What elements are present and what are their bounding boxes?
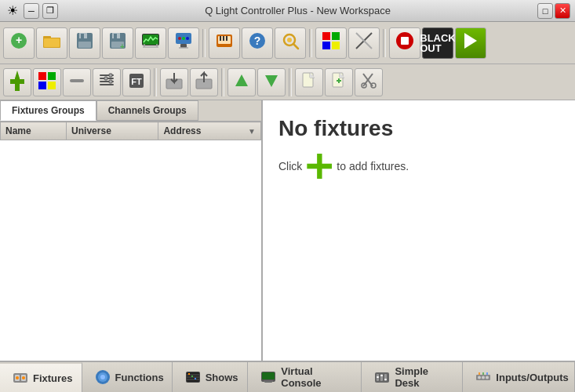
svg-point-21 (182, 37, 185, 40)
svg-rect-29 (226, 36, 227, 41)
svg-rect-28 (223, 36, 224, 41)
blackout-button[interactable]: BLACKOUT (422, 27, 453, 59)
open-button[interactable] (36, 27, 67, 59)
svg-rect-57 (109, 74, 112, 77)
move-down-button[interactable] (257, 68, 286, 96)
secondary-separator-2 (221, 68, 224, 96)
xfade-button[interactable] (348, 27, 380, 59)
svg-rect-91 (195, 378, 196, 379)
tab-channels-groups[interactable]: Channels Groups (96, 100, 198, 121)
minus-icon (68, 72, 86, 93)
right-panel: No fixtures Click to add fixtures. (263, 100, 575, 361)
monitor-button[interactable] (135, 27, 166, 59)
open-icon (42, 33, 61, 53)
svg-point-105 (482, 376, 485, 379)
svg-rect-42 (401, 37, 409, 45)
inputs-outputs-tab-icon (475, 368, 491, 386)
svg-rect-38 (332, 42, 340, 49)
tab-shows[interactable]: Shows (173, 362, 249, 392)
svg-rect-52 (70, 79, 84, 82)
tab-inputs-outputs-label: Inputs/Outputs (496, 372, 568, 383)
properties-button[interactable] (93, 68, 121, 96)
discover-button[interactable] (275, 27, 306, 59)
add-fixture-icon (7, 71, 27, 94)
doc-add-button[interactable] (325, 68, 353, 96)
cut-button[interactable] (355, 68, 383, 96)
svg-rect-35 (322, 32, 330, 40)
stop-all-icon (395, 31, 414, 54)
tab-virtual-console-label: Virtual Console (281, 365, 348, 389)
import-button[interactable] (160, 68, 188, 96)
main-toolbar: + + ? (0, 22, 575, 64)
title-logo-btn[interactable]: ☀ (5, 3, 20, 19)
bottom-tabs: Fixtures Functions Shows Virtual Console… (0, 361, 575, 392)
svg-rect-100 (380, 375, 383, 376)
title-minimize-btn[interactable]: ─ (24, 3, 39, 19)
save-button[interactable] (69, 27, 100, 59)
export-icon (195, 71, 213, 93)
secondary-toolbar: FT (0, 64, 575, 100)
svg-point-83 (100, 375, 105, 379)
svg-point-80 (22, 376, 25, 379)
svg-line-33 (293, 44, 298, 49)
functions-tab-icon (95, 368, 111, 386)
svg-rect-36 (332, 32, 340, 40)
doc-add-icon (330, 72, 348, 93)
color-box-button[interactable] (33, 68, 61, 96)
add-fixture-button[interactable] (3, 68, 31, 96)
stop-all-button[interactable] (389, 27, 420, 59)
tab-inputs-outputs[interactable]: Inputs/Outputs (463, 362, 575, 392)
svg-point-20 (178, 37, 181, 40)
svg-rect-48 (38, 72, 46, 80)
svg-rect-11 (114, 34, 117, 38)
svg-rect-3 (43, 36, 51, 38)
col-header-address: Address ▼ (158, 122, 261, 140)
title-restore-btn[interactable]: ❐ (42, 3, 58, 19)
svg-rect-47 (15, 84, 20, 91)
monitor-icon (141, 33, 160, 53)
dmx-button[interactable] (168, 27, 199, 59)
fixture-table: Name Universe Address ▼ (0, 122, 261, 361)
svg-text:?: ? (254, 34, 261, 47)
play-button[interactable] (455, 27, 486, 59)
discover-icon (281, 31, 300, 54)
app-logo-icon: ☀ (7, 3, 18, 18)
move-up-button[interactable] (227, 68, 256, 96)
dmx-icon (174, 32, 193, 53)
tab-functions[interactable]: Functions (82, 362, 173, 392)
save-as-icon: + (109, 32, 126, 53)
svg-rect-98 (377, 376, 379, 378)
tab-simple-desk[interactable]: Simple Desk (362, 362, 463, 392)
virtual-console-tab-icon (260, 368, 276, 386)
fasttrack-button[interactable]: FT (122, 68, 151, 96)
doc-new-icon (300, 72, 318, 93)
help-button[interactable]: ? (242, 27, 273, 59)
svg-marker-64 (235, 74, 248, 86)
colorpicker-button[interactable] (315, 27, 347, 59)
address-dropdown-icon[interactable]: ▼ (248, 127, 256, 136)
no-fixtures-title: No fixtures (278, 116, 393, 141)
remove-button[interactable] (63, 68, 91, 96)
toolbar-separator-2 (309, 29, 312, 57)
tab-fixtures[interactable]: Fixtures (0, 362, 82, 392)
svg-point-22 (186, 37, 189, 40)
save-as-button[interactable]: + (102, 27, 133, 59)
fasttrack-icon: FT (128, 72, 145, 93)
col-header-universe: Universe (67, 122, 158, 140)
close-btn[interactable]: ✕ (555, 3, 570, 19)
toolbar-separator-3 (383, 29, 386, 57)
title-left: ☀ ─ ❐ (5, 3, 58, 19)
svg-point-104 (478, 376, 481, 379)
midi-button[interactable] (209, 27, 240, 59)
title-bar: ☀ ─ ❐ Q Light Controller Plus - New Work… (0, 0, 575, 22)
svg-rect-89 (188, 373, 190, 375)
maximize-btn[interactable]: □ (537, 3, 553, 19)
new-button[interactable]: + (3, 27, 35, 59)
save-icon (76, 32, 93, 53)
doc-new-button[interactable] (295, 68, 323, 96)
export-button[interactable] (190, 68, 218, 96)
svg-text:FT: FT (131, 77, 142, 86)
tab-fixtures-groups[interactable]: Fixtures Groups (0, 100, 96, 121)
new-icon: + (9, 31, 28, 54)
tab-virtual-console[interactable]: Virtual Console (248, 362, 362, 392)
